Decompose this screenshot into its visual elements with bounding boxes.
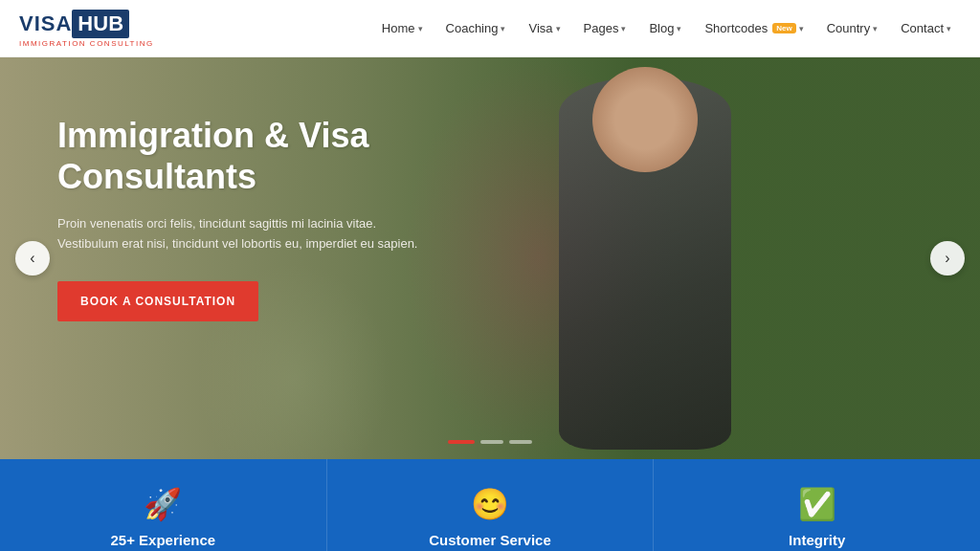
chevron-left-icon: ‹ — [30, 250, 34, 267]
consultation-button[interactable]: BOOK A CONSULTATION — [57, 281, 258, 321]
nav-label-contact: Contact — [901, 21, 944, 35]
nav-label-shortcodes: Shortcodes — [704, 21, 768, 35]
nav-label-home: Home — [382, 21, 415, 35]
logo: VISA HUB IMMIGRATION CONSULTING — [19, 10, 154, 48]
chevron-down-icon: ▾ — [799, 24, 804, 33]
carousel-prev-button[interactable]: ‹ — [15, 241, 50, 276]
carousel-dot-3[interactable] — [509, 440, 532, 444]
chevron-right-icon: › — [945, 250, 949, 267]
carousel-dot-2[interactable] — [480, 440, 503, 444]
nav-item-home[interactable]: Home ▾ — [372, 15, 433, 41]
chevron-down-icon: ▾ — [677, 24, 681, 33]
hero-content: Immigration & Visa Consultants Proin ven… — [57, 115, 479, 321]
carousel-dots — [448, 440, 532, 444]
checkmark-icon: ✅ — [798, 486, 836, 522]
feature-integrity: ✅ Integrity Etiam sagittis vulputate pel… — [654, 459, 980, 551]
carousel-dot-1[interactable] — [448, 440, 475, 444]
logo-visa-text: VISA — [19, 11, 72, 36]
hero-person-area — [501, 57, 808, 459]
hero-section: Immigration & Visa Consultants Proin ven… — [0, 57, 980, 459]
nav-label-country: Country — [827, 21, 871, 35]
chevron-down-icon: ▾ — [947, 24, 951, 33]
main-nav: Home ▾ Coaching ▾ Visa ▾ Pages ▾ Blog ▾ … — [372, 15, 961, 41]
feature-customer-title: Customer Service — [429, 532, 551, 548]
nav-item-coaching[interactable]: Coaching ▾ — [436, 15, 516, 41]
features-section: 🚀 25+ Experience Vestibulum placerat ris… — [0, 459, 980, 551]
nav-item-contact[interactable]: Contact ▾ — [891, 15, 961, 41]
logo-hub-text: HUB — [72, 10, 129, 38]
chevron-down-icon: ▾ — [418, 24, 423, 33]
nav-label-visa: Visa — [528, 21, 552, 35]
hero-title: Immigration & Visa Consultants — [57, 115, 479, 197]
logo-subtitle: IMMIGRATION CONSULTING — [19, 39, 154, 48]
feature-customer-service: 😊 Customer Service Pellentesque a mauris… — [327, 459, 655, 551]
hero-description: Proin venenatis orci felis, tincidunt sa… — [57, 214, 421, 254]
nav-label-blog: Blog — [649, 21, 674, 35]
chevron-down-icon: ▾ — [556, 24, 561, 33]
feature-experience-title: 25+ Experience — [111, 532, 216, 548]
carousel-next-button[interactable]: › — [930, 241, 965, 276]
new-badge: New — [772, 23, 795, 33]
nav-item-pages[interactable]: Pages ▾ — [574, 15, 636, 41]
feature-integrity-title: Integrity — [789, 532, 845, 548]
nav-label-pages: Pages — [584, 21, 619, 35]
chevron-down-icon: ▾ — [501, 24, 505, 33]
nav-item-visa[interactable]: Visa ▾ — [519, 15, 569, 41]
chevron-down-icon: ▾ — [621, 24, 626, 33]
chevron-down-icon: ▾ — [873, 24, 878, 33]
nav-item-shortcodes[interactable]: Shortcodes New ▾ — [695, 15, 813, 41]
rocket-icon: 🚀 — [144, 486, 182, 522]
smile-icon: 😊 — [471, 486, 509, 522]
nav-label-coaching: Coaching — [446, 21, 499, 35]
feature-experience: 🚀 25+ Experience Vestibulum placerat ris… — [0, 459, 327, 551]
nav-item-blog[interactable]: Blog ▾ — [639, 15, 691, 41]
header: VISA HUB IMMIGRATION CONSULTING Home ▾ C… — [0, 0, 980, 57]
nav-item-country[interactable]: Country ▾ — [817, 15, 888, 41]
